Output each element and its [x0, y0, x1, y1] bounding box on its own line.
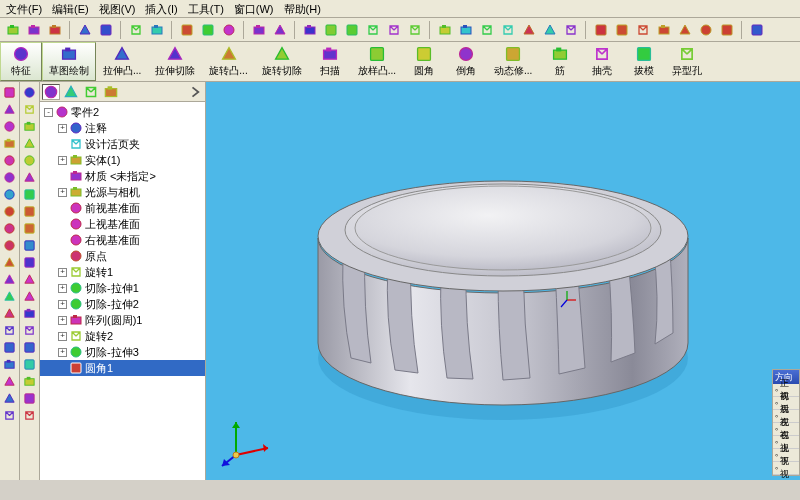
cube-icon[interactable]: [2, 84, 18, 100]
shell2-icon[interactable]: [2, 254, 18, 270]
spline-icon[interactable]: [22, 237, 38, 253]
sweep-button[interactable]: 扫描: [309, 42, 351, 81]
thread-icon[interactable]: [2, 186, 18, 202]
tree-node[interactable]: + 切除-拉伸2: [40, 296, 205, 312]
trim-icon[interactable]: [22, 339, 38, 355]
fm2-icon[interactable]: [271, 21, 289, 39]
draft-button[interactable]: 拔模: [623, 42, 665, 81]
line-icon[interactable]: [22, 169, 38, 185]
display-tab-icon[interactable]: [102, 84, 120, 100]
zoom-fit-icon[interactable]: [436, 21, 454, 39]
expand-icon[interactable]: +: [58, 348, 67, 357]
rotate-icon[interactable]: [520, 21, 538, 39]
ext-icon[interactable]: [22, 356, 38, 372]
menu-help[interactable]: 帮助(H): [284, 2, 321, 15]
options-icon[interactable]: [220, 21, 238, 39]
v4-icon[interactable]: [655, 21, 673, 39]
fillet-button[interactable]: 圆角: [403, 42, 445, 81]
sel-icon[interactable]: [22, 84, 38, 100]
v1-icon[interactable]: [592, 21, 610, 39]
zoom-in-icon[interactable]: [541, 21, 559, 39]
chamfer-button[interactable]: 倒角: [445, 42, 487, 81]
rel-icon[interactable]: [22, 322, 38, 338]
fillet2-icon[interactable]: [2, 203, 18, 219]
zoom-area-icon[interactable]: [457, 21, 475, 39]
extrude-boss-button[interactable]: 拉伸凸...: [96, 42, 148, 81]
tree-node[interactable]: + 光源与相机: [40, 184, 205, 200]
tree-node[interactable]: 设计活页夹: [40, 136, 205, 152]
feature-tree[interactable]: - 零件2 + 注释 设计活页夹 + 实体(1) 材质 <未指定> + 光源与相…: [40, 102, 205, 480]
conv-icon[interactable]: [22, 407, 38, 423]
expand-icon[interactable]: +: [58, 284, 67, 293]
dim-icon[interactable]: [22, 305, 38, 321]
pan-icon[interactable]: [499, 21, 517, 39]
box-icon[interactable]: [301, 21, 319, 39]
pattern-icon[interactable]: [2, 322, 18, 338]
rebuild-icon[interactable]: [199, 21, 217, 39]
off-icon[interactable]: [22, 373, 38, 389]
v6-icon[interactable]: [697, 21, 715, 39]
cut1-icon[interactable]: [2, 152, 18, 168]
extrude-cut-button[interactable]: 拉伸切除: [148, 42, 202, 81]
tree-node[interactable]: + 阵列(圆周)1: [40, 312, 205, 328]
tree-node[interactable]: 上视基准面: [40, 216, 205, 232]
ref-icon[interactable]: [2, 407, 18, 423]
v7-icon[interactable]: [718, 21, 736, 39]
shell-button[interactable]: 抽壳: [581, 42, 623, 81]
expand-icon[interactable]: +: [58, 188, 67, 197]
box2-icon[interactable]: [2, 135, 18, 151]
loft-button[interactable]: 放样凸...: [351, 42, 403, 81]
hidden-icon[interactable]: [385, 21, 403, 39]
v3-icon[interactable]: [634, 21, 652, 39]
shade3-icon[interactable]: [406, 21, 424, 39]
lib-icon[interactable]: [2, 373, 18, 389]
menu-edit[interactable]: 编辑(E): [52, 2, 89, 15]
menu-window[interactable]: 窗口(W): [234, 2, 274, 15]
tree-node[interactable]: + 切除-拉伸1: [40, 280, 205, 296]
extr2-icon[interactable]: [2, 356, 18, 372]
v2-icon[interactable]: [613, 21, 631, 39]
tree-node[interactable]: 原点: [40, 248, 205, 264]
preview-icon[interactable]: [97, 21, 115, 39]
select-icon[interactable]: [178, 21, 196, 39]
3d-viewport[interactable]: 方向 ◦正视◦前视◦后视◦左视◦右视◦上视◦下视: [206, 82, 800, 480]
orientation-item[interactable]: ◦下视: [773, 462, 799, 475]
dome-icon[interactable]: [2, 271, 18, 287]
expand-icon[interactable]: +: [58, 300, 67, 309]
fm1-icon[interactable]: [250, 21, 268, 39]
expand-icon[interactable]: +: [58, 332, 67, 341]
feature-button[interactable]: 特征: [0, 42, 42, 81]
move-button[interactable]: 动态修...: [487, 42, 539, 81]
conf-tab-icon[interactable]: [82, 84, 100, 100]
rev-icon[interactable]: [2, 118, 18, 134]
zoom-out-icon[interactable]: [562, 21, 580, 39]
shade2-icon[interactable]: [343, 21, 361, 39]
undo-icon[interactable]: [127, 21, 145, 39]
more-icon[interactable]: [748, 21, 766, 39]
poly-icon[interactable]: [22, 254, 38, 270]
expand-icon[interactable]: +: [58, 156, 67, 165]
hole2-icon[interactable]: [2, 169, 18, 185]
prop-tab-icon[interactable]: [62, 84, 80, 100]
menu-view[interactable]: 视图(V): [99, 2, 136, 15]
hole-button[interactable]: 异型孔: [665, 42, 709, 81]
rect-icon[interactable]: [22, 186, 38, 202]
shade1-icon[interactable]: [322, 21, 340, 39]
v5-icon[interactable]: [676, 21, 694, 39]
open-icon[interactable]: [25, 21, 43, 39]
sk1-icon[interactable]: [22, 101, 38, 117]
sk4-icon[interactable]: [22, 152, 38, 168]
mir-icon[interactable]: [22, 390, 38, 406]
point-icon[interactable]: [22, 271, 38, 287]
tree-node[interactable]: 圆角1: [40, 360, 205, 376]
tree-node[interactable]: + 旋转1: [40, 264, 205, 280]
redo-icon[interactable]: [148, 21, 166, 39]
tree-node[interactable]: + 实体(1): [40, 152, 205, 168]
save2-icon[interactable]: [2, 390, 18, 406]
menu-file[interactable]: 文件(F): [6, 2, 42, 15]
rib-button[interactable]: 筋: [539, 42, 581, 81]
orientation-panel[interactable]: 方向 ◦正视◦前视◦后视◦左视◦右视◦上视◦下视: [772, 369, 800, 476]
revolve-cut-button[interactable]: 旋转切除: [255, 42, 309, 81]
expand-icon[interactable]: +: [58, 268, 67, 277]
tree-node[interactable]: + 切除-拉伸3: [40, 344, 205, 360]
